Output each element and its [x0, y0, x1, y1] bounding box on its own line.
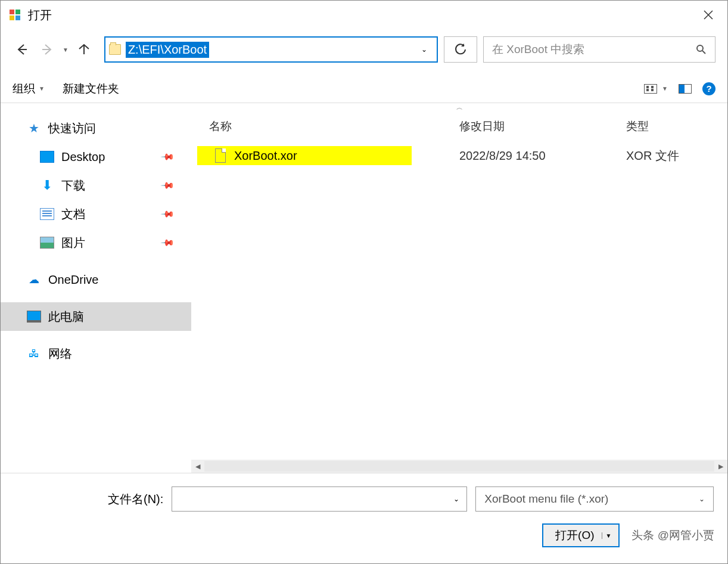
address-bar[interactable]: Z:\EFI\XorBoot ⌄: [104, 36, 438, 63]
close-icon: [704, 10, 713, 20]
scroll-left-icon[interactable]: ◀: [191, 463, 204, 470]
watermark: 头条 @网管小贾: [631, 528, 714, 543]
pin-icon: 📌: [160, 235, 175, 250]
chevron-down-icon: ⌄: [699, 495, 705, 503]
body: ★快速访问 Desktop📌 ⬇下载📌 文档📌 图片📌 ☁OneDrive 此电…: [1, 103, 727, 460]
search-box[interactable]: 在 XorBoot 中搜索: [483, 36, 715, 63]
organize-button[interactable]: 组织 ▼: [13, 81, 45, 97]
address-dropdown[interactable]: ⌄: [415, 45, 433, 54]
star-icon: ★: [27, 122, 41, 134]
folder-icon: [109, 44, 121, 55]
svg-rect-2: [10, 16, 14, 20]
help-button[interactable]: ?: [702, 82, 715, 95]
open-button[interactable]: 打开(O) ▼: [542, 523, 620, 547]
pin-icon: 📌: [160, 178, 175, 193]
new-folder-button[interactable]: 新建文件夹: [63, 81, 119, 97]
sidebar-network[interactable]: 🖧网络: [1, 339, 191, 368]
desktop-icon: [40, 151, 54, 163]
sidebar-desktop[interactable]: Desktop📌: [1, 142, 191, 171]
filename-label: 文件名(N):: [108, 491, 163, 507]
pictures-icon: [40, 237, 54, 249]
onedrive-icon: ☁: [27, 274, 41, 286]
file-icon: [215, 148, 226, 163]
svg-rect-3: [15, 16, 20, 20]
svg-point-4: [697, 45, 703, 51]
view-button[interactable]: ▼: [644, 84, 668, 94]
column-type[interactable]: 类型: [626, 119, 727, 134]
document-icon: [40, 208, 54, 220]
sidebar-documents[interactable]: 文档📌: [1, 200, 191, 228]
open-split-dropdown[interactable]: ▼: [602, 532, 615, 539]
sidebar-downloads[interactable]: ⬇下载📌: [1, 171, 191, 200]
refresh-icon: [455, 44, 466, 55]
forward-button[interactable]: [38, 40, 57, 59]
back-button[interactable]: [13, 40, 32, 59]
sidebar-this-pc[interactable]: 此电脑: [1, 302, 191, 331]
filename-input[interactable]: ⌄: [172, 486, 467, 512]
column-name[interactable]: 名称: [209, 119, 459, 134]
sidebar-onedrive[interactable]: ☁OneDrive: [1, 265, 191, 294]
window-title: 打开: [28, 7, 52, 23]
file-row[interactable]: XorBoot.xor 2022/8/29 14:50 XOR 文件: [197, 142, 727, 169]
view-icon: [644, 84, 657, 94]
recent-dropdown[interactable]: ▼: [63, 47, 69, 53]
svg-rect-1: [15, 10, 20, 14]
sidebar-quick-access[interactable]: ★快速访问: [1, 114, 191, 142]
filetype-select[interactable]: XorBoot menu file (*.xor) ⌄: [475, 486, 714, 512]
pin-icon: 📌: [160, 149, 175, 165]
pin-icon: 📌: [160, 206, 175, 222]
file-modified: 2022/8/29 14:50: [459, 149, 626, 163]
file-name: XorBoot.xor: [234, 149, 297, 163]
download-icon: ⬇: [40, 179, 54, 191]
preview-pane-button[interactable]: [679, 84, 692, 94]
svg-rect-0: [10, 10, 14, 14]
search-icon: [696, 44, 707, 55]
close-button[interactable]: [694, 3, 723, 27]
up-button[interactable]: [74, 40, 94, 59]
arrow-left-icon: [16, 44, 28, 55]
horizontal-scrollbar[interactable]: ◀ ▶: [191, 460, 727, 473]
refresh-button[interactable]: [444, 36, 477, 63]
footer: 文件名(N): ⌄ XorBoot menu file (*.xor) ⌄ 打开…: [1, 473, 727, 554]
address-path: Z:\EFI\XorBoot: [126, 42, 209, 58]
toolbar: 组织 ▼ 新建文件夹 ▼ ?: [1, 75, 727, 103]
pc-icon: [27, 311, 41, 323]
filename-dropdown[interactable]: ⌄: [446, 495, 466, 503]
navigation-bar: ▼ Z:\EFI\XorBoot ⌄ 在 XorBoot 中搜索: [1, 29, 727, 75]
search-placeholder: 在 XorBoot 中搜索: [492, 42, 584, 57]
sidebar-pictures[interactable]: 图片📌: [1, 228, 191, 257]
file-list-area: ︿ 名称 修改日期 类型 XorBoot.xor 2022/8/29 14:50…: [191, 103, 727, 460]
column-modified[interactable]: 修改日期: [459, 119, 626, 134]
column-headers: 名称 修改日期 类型: [191, 114, 727, 142]
network-icon: 🖧: [27, 348, 41, 360]
arrow-up-icon: [78, 44, 90, 55]
titlebar: 打开: [1, 1, 727, 29]
scroll-right-icon[interactable]: ▶: [714, 463, 727, 470]
scroll-track[interactable]: [204, 461, 714, 472]
app-icon: [9, 9, 21, 21]
file-type: XOR 文件: [626, 148, 679, 164]
chevron-down-icon: ▼: [39, 85, 45, 92]
arrow-right-icon: [41, 44, 53, 55]
chevron-down-icon: ▼: [662, 85, 668, 92]
sidebar: ★快速访问 Desktop📌 ⬇下载📌 文档📌 图片📌 ☁OneDrive 此电…: [1, 103, 191, 460]
file-name-highlight: XorBoot.xor: [197, 146, 412, 165]
collapse-chevron[interactable]: ︿: [191, 103, 727, 114]
